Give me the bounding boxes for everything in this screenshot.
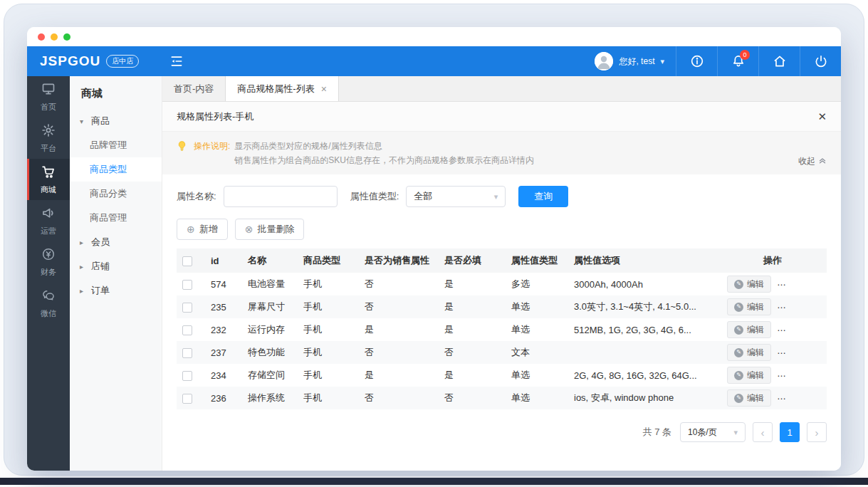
edit-button[interactable]: ✎编辑 xyxy=(727,389,771,407)
menu-group-members[interactable]: ▸ 会员 xyxy=(70,230,162,254)
collapse-sidebar-icon[interactable] xyxy=(169,54,184,68)
cell-id: 234 xyxy=(205,364,242,387)
column-header-is-sale-attribute: 是否为销售属性 xyxy=(359,248,439,273)
close-icon[interactable]: × xyxy=(321,83,327,95)
menu-item-goods-type[interactable]: 商品类型 xyxy=(70,157,162,182)
menu-group-label: 店铺 xyxy=(91,260,110,273)
logout-button[interactable] xyxy=(800,46,841,76)
attributes-table: id 名称 商品类型 是否为销售属性 是否必填 属性值类型 属性值选项 操作 5… xyxy=(177,248,827,409)
cell-id: 235 xyxy=(205,295,242,318)
menu-item-brand-management[interactable]: 品牌管理 xyxy=(70,133,162,157)
minimize-window-button[interactable] xyxy=(51,33,58,41)
sidebar-item-platform[interactable]: 平台 xyxy=(27,117,70,159)
sidebar-item-wechat[interactable]: 微信 xyxy=(27,283,70,324)
attribute-name-input[interactable] xyxy=(224,186,338,207)
menu-group-label: 会员 xyxy=(91,236,110,248)
row-checkbox[interactable] xyxy=(182,325,192,335)
edit-button[interactable]: ✎编辑 xyxy=(727,344,771,361)
sidebar-item-mall[interactable]: 商城 xyxy=(27,159,70,200)
select-all-checkbox[interactable] xyxy=(182,256,192,266)
menu-group-goods[interactable]: ▾ 商品 xyxy=(70,109,162,133)
edit-icon: ✎ xyxy=(734,371,743,380)
prev-page-button[interactable]: ‹ xyxy=(753,422,773,442)
edit-button-label: 编辑 xyxy=(747,278,764,290)
cell-options: 3000Ah, 4000Ah xyxy=(568,273,718,295)
window-titlebar xyxy=(27,27,841,46)
menu-title: 商城 xyxy=(70,76,162,109)
page-title: 规格属性列表-手机 xyxy=(177,110,253,123)
cell-type: 手机 xyxy=(298,364,359,387)
cell-value_type: 单选 xyxy=(506,387,568,409)
cell-options xyxy=(568,341,718,364)
notifications-button[interactable]: 0 xyxy=(717,46,758,76)
app-window: JSPGOU 店中店 您好, test ▾ 0 xyxy=(27,27,841,471)
edit-button-label: 编辑 xyxy=(747,347,764,359)
cell-required: 是 xyxy=(439,364,506,387)
cell-name: 运行内存 xyxy=(242,318,298,341)
row-checkbox[interactable] xyxy=(182,394,192,404)
close-icon[interactable]: ✕ xyxy=(817,110,827,123)
desktop-bottom-bar xyxy=(0,478,868,485)
table-row: 236操作系统手机否否单选ios, 安卓, window phone✎编辑✕删除 xyxy=(177,387,827,409)
caret-right-icon: ▸ xyxy=(80,287,87,295)
tab-spec-attribute-list[interactable]: 商品规格属性-列表 × xyxy=(226,76,339,101)
edit-button[interactable]: ✎编辑 xyxy=(727,276,771,293)
row-checkbox[interactable] xyxy=(182,303,192,313)
user-menu[interactable]: 您好, test ▾ xyxy=(583,46,676,76)
delete-button-label: 删除 xyxy=(797,392,814,404)
column-header-value-type: 属性值类型 xyxy=(506,248,568,273)
menu-item-goods-category[interactable]: 商品分类 xyxy=(70,182,162,206)
table-row: 574电池容量手机否是多选3000Ah, 4000Ah✎编辑✕删除 xyxy=(177,273,827,295)
caret-right-icon: ▸ xyxy=(80,263,87,271)
home-button[interactable] xyxy=(758,46,800,76)
delete-button-label: 删除 xyxy=(797,370,814,382)
edit-button[interactable]: ✎编辑 xyxy=(727,321,771,338)
menu-group-orders[interactable]: ▸ 订单 xyxy=(70,278,162,303)
edit-button[interactable]: ✎编辑 xyxy=(727,367,771,384)
page-size-select[interactable]: 10条/页 ▾ xyxy=(680,422,746,442)
cell-is_sale: 否 xyxy=(359,387,439,409)
column-header-goods-type: 商品类型 xyxy=(298,248,359,273)
app-header: JSPGOU 店中店 您好, test ▾ 0 xyxy=(27,46,841,76)
pagination: 共 7 条 10条/页 ▾ ‹ 1 › xyxy=(162,409,841,455)
sidebar-item-home[interactable]: 首页 xyxy=(27,76,70,117)
sidebar-item-finance[interactable]: 财务 xyxy=(27,241,70,283)
cell-name: 操作系统 xyxy=(242,387,298,409)
logo: JSPGOU 店中店 xyxy=(27,53,162,69)
search-button[interactable]: 查询 xyxy=(518,186,568,207)
cell-options: ios, 安卓, window phone xyxy=(568,387,718,409)
cell-required: 是 xyxy=(439,273,506,295)
delete-button-label: 删除 xyxy=(797,347,814,359)
monitor-icon xyxy=(41,82,56,99)
add-button[interactable]: ⊕ 新增 xyxy=(177,219,228,240)
collapse-info-button[interactable]: 收起 xyxy=(798,155,827,167)
cell-is_sale: 是 xyxy=(359,364,439,387)
cell-is_sale: 是 xyxy=(359,318,439,341)
sidebar-item-label: 首页 xyxy=(41,102,56,112)
sidebar-item-operations[interactable]: 运营 xyxy=(27,200,70,241)
cell-type: 手机 xyxy=(298,318,359,341)
menu-item-goods-management[interactable]: 商品管理 xyxy=(70,206,162,230)
close-window-button[interactable] xyxy=(38,33,45,41)
batch-delete-button[interactable]: ⊗ 批量删除 xyxy=(235,219,305,240)
next-page-button[interactable]: › xyxy=(807,422,827,442)
cell-value_type: 单选 xyxy=(506,318,568,341)
row-checkbox[interactable] xyxy=(182,371,192,381)
cell-options: 3.0英寸, 3.1~4英寸, 4.1~5.0... xyxy=(568,295,718,318)
info-button[interactable] xyxy=(676,46,717,76)
delete-button-label: 删除 xyxy=(797,278,814,290)
attribute-value-type-select[interactable]: 全部 ▾ xyxy=(406,186,506,207)
logo-text: JSPGOU xyxy=(40,53,100,69)
row-checkbox[interactable] xyxy=(182,348,192,358)
page-1-button[interactable]: 1 xyxy=(780,422,800,442)
coin-icon xyxy=(41,247,56,264)
cell-required: 是 xyxy=(439,295,506,318)
maximize-window-button[interactable] xyxy=(63,33,70,41)
edit-icon: ✎ xyxy=(734,348,743,357)
wechat-icon xyxy=(41,288,56,305)
tab-home-content[interactable]: 首页-内容 xyxy=(162,76,226,101)
edit-button-label: 编辑 xyxy=(747,324,764,336)
menu-group-shops[interactable]: ▸ 店铺 xyxy=(70,254,162,278)
edit-button[interactable]: ✎编辑 xyxy=(727,298,771,315)
row-checkbox[interactable] xyxy=(182,280,192,290)
